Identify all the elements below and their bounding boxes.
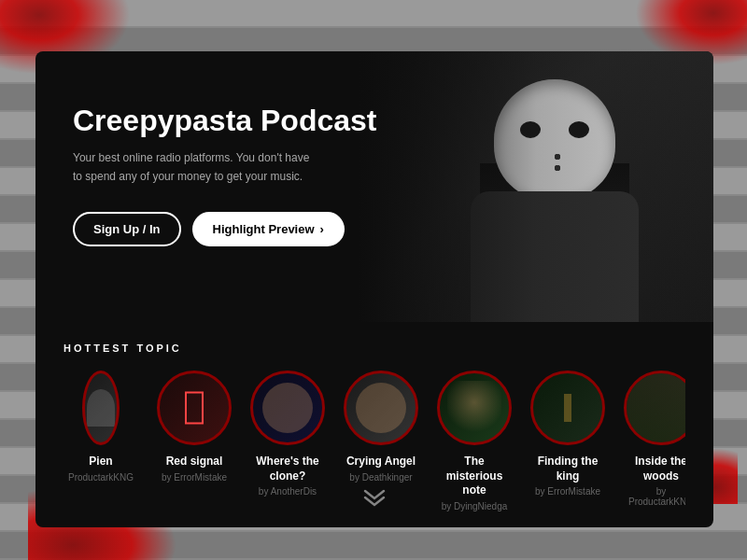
topic-name: Finding the king [530,455,605,483]
topic-circle-inner [627,373,685,442]
arrow-icon: › [320,222,324,236]
topic-circle-inner [447,381,501,435]
topic-circle-inner [185,392,204,425]
hero-buttons: Sign Up / In Highlight Preview › [73,212,390,246]
topic-circle-inner [564,394,571,422]
hero-title: Creepypasta Podcast [73,103,390,138]
topic-item[interactable]: Inside the woodsby ProductarkKNG [624,371,685,507]
topic-circle [82,371,120,445]
topic-author: by Deathkinger [349,472,412,483]
mask-dot [555,154,560,160]
topic-item[interactable]: PienProductarkKNG [63,371,138,483]
signup-button[interactable]: Sign Up / In [73,212,181,246]
mask-figure [433,61,676,322]
bottom-section: HOTTEST TOPIC PienProductarkKNGRed signa… [35,322,713,511]
topic-circle [250,371,325,445]
main-card: Creepypasta Podcast Your best online rad… [35,51,713,527]
topic-item[interactable]: Where's the clone?by AnotherDis [250,371,325,497]
topic-circle-inner [87,389,115,427]
mask-dot [555,154,560,160]
figure-hair [480,163,629,257]
figure-body [471,191,639,322]
topic-name: Inside the woods [624,455,685,483]
mask-dot [555,165,560,171]
highlight-preview-button[interactable]: Highlight Preview › [192,212,345,246]
topic-author: by AnotherDis [259,486,317,497]
topic-name: Crying Angel [346,455,416,469]
mask-dot [555,165,560,171]
hero-subtitle: Your best online radio platforms. You do… [73,149,316,185]
highlight-label: Highlight Preview [213,222,315,236]
scroll-down-icon[interactable] [363,489,386,512]
topic-circle-inner [262,383,313,433]
topic-circle [624,371,685,445]
topic-name: The misterious note [437,455,512,498]
topic-name: Red signal [166,455,223,469]
topic-circle [437,371,512,445]
mask-dot [555,165,560,171]
topic-author: by ErrorMistake [535,486,600,497]
hero-content: Creepypasta Podcast Your best online rad… [35,51,428,322]
topic-item[interactable]: The misterious noteby DyingNiedga [437,371,512,511]
topic-author: by ProductarkKNG [624,486,685,507]
topic-circle [157,371,232,445]
topic-item[interactable]: Red signalby ErrorMistake [157,371,232,483]
hero-section: Creepypasta Podcast Your best online rad… [35,51,713,322]
mask-dot [555,154,560,160]
mask-head [494,79,615,201]
topic-item[interactable]: Crying Angelby Deathkinger [344,371,418,483]
topic-item[interactable]: Finding the kingby ErrorMistake [530,371,605,497]
topic-name: Where's the clone? [250,455,325,483]
topic-circle [344,371,418,445]
topic-circle [530,371,605,445]
mask-eye-left [520,121,541,138]
topic-author: by DyingNiedga [442,501,508,511]
section-label: HOTTEST TOPIC [63,343,685,354]
mask-eye-right [569,121,589,138]
topic-author: ProductarkKNG [68,472,134,483]
topic-author: by ErrorMistake [162,472,227,483]
topic-name: Pien [89,455,112,469]
topic-circle-inner [356,383,406,433]
